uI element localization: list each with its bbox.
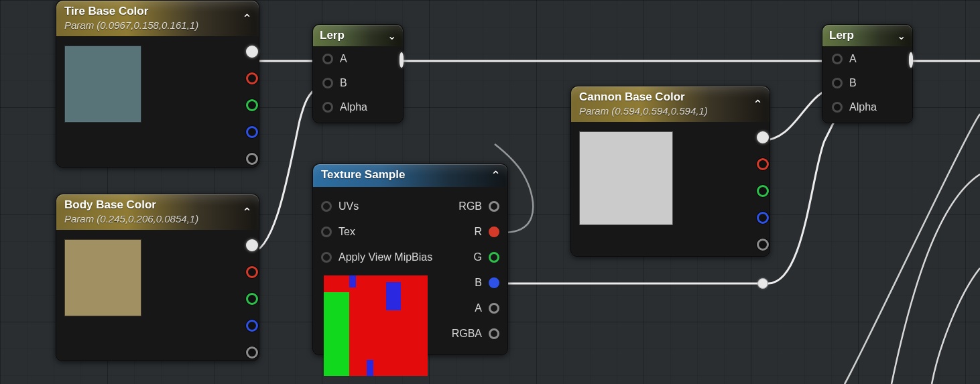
output-pin-r[interactable] xyxy=(246,71,259,86)
color-swatch xyxy=(579,131,673,225)
node-title: Lerp xyxy=(320,29,396,42)
output-pin-b[interactable] xyxy=(246,125,259,139)
output-pin-rgb[interactable]: RGB xyxy=(458,200,499,212)
input-pin-a[interactable]: A xyxy=(832,53,903,65)
color-swatch xyxy=(64,46,141,123)
node-title: Body Base Color xyxy=(64,198,251,212)
node-header[interactable]: Lerp ⌄ xyxy=(822,25,912,46)
reroute-node[interactable] xyxy=(757,278,768,289)
output-pin-b[interactable] xyxy=(246,318,259,333)
node-header[interactable]: Lerp ⌄ xyxy=(313,25,403,46)
node-header[interactable]: Body Base Color Param (0.245,0.206,0.085… xyxy=(56,194,259,230)
output-pin[interactable] xyxy=(909,54,913,66)
node-title: Tire Base Color xyxy=(64,5,251,18)
node-subtitle: Param (0.245,0.206,0.0854,1) xyxy=(64,213,251,225)
input-pin-tex[interactable]: Tex xyxy=(321,226,355,238)
color-swatch xyxy=(64,239,141,316)
collapse-icon[interactable]: ⌃ xyxy=(753,97,763,112)
collapse-icon[interactable]: ⌃ xyxy=(491,168,501,183)
collapse-icon[interactable]: ⌃ xyxy=(242,205,252,220)
output-pin-r[interactable]: R xyxy=(474,226,499,238)
collapse-icon[interactable]: ⌃ xyxy=(242,11,252,26)
node-header[interactable]: Tire Base Color Param (0.0967,0.158,0.16… xyxy=(56,1,259,36)
node-subtitle: Param (0.594,0.594,0.594,1) xyxy=(579,105,761,117)
node-cannon-base-color[interactable]: Cannon Base Color Param (0.594,0.594,0.5… xyxy=(570,86,770,257)
node-body-base-color[interactable]: Body Base Color Param (0.245,0.206,0.085… xyxy=(56,194,259,361)
output-pin-g[interactable] xyxy=(246,292,259,306)
output-pin-rgb[interactable] xyxy=(246,238,259,253)
input-pin-a[interactable]: A xyxy=(322,53,393,65)
output-pin-a[interactable] xyxy=(246,151,259,166)
node-header[interactable]: Cannon Base Color Param (0.594,0.594,0.5… xyxy=(571,86,770,122)
output-pin-rgb[interactable] xyxy=(246,44,259,59)
output-pin-a[interactable]: A xyxy=(475,302,499,314)
input-pin-b[interactable]: B xyxy=(832,77,903,89)
output-pin[interactable] xyxy=(400,54,404,66)
node-lerp-2[interactable]: Lerp ⌄ A B Alpha xyxy=(822,24,913,123)
output-pin-a[interactable] xyxy=(246,345,259,360)
node-title: Texture Sample xyxy=(321,168,499,182)
node-title: Lerp xyxy=(829,29,906,42)
input-pin-alpha[interactable]: Alpha xyxy=(322,101,393,113)
texture-preview xyxy=(324,275,428,376)
collapse-icon[interactable]: ⌄ xyxy=(897,29,906,42)
output-pin-rgba[interactable]: RGBA xyxy=(452,328,499,340)
output-pin-rgb[interactable] xyxy=(757,130,770,145)
node-subtitle: Param (0.0967,0.158,0.161,1) xyxy=(64,19,251,31)
node-title: Cannon Base Color xyxy=(579,90,761,104)
output-pin-b[interactable] xyxy=(757,210,770,225)
node-texture-sample[interactable]: Texture Sample ⌃ UVs RGB Tex R Apply Vie… xyxy=(312,164,508,355)
output-pin-b[interactable]: B xyxy=(475,277,499,289)
output-pin-g[interactable] xyxy=(757,184,770,198)
collapse-icon[interactable]: ⌄ xyxy=(387,29,396,42)
node-header[interactable]: Texture Sample ⌃ xyxy=(313,164,507,187)
node-lerp-1[interactable]: Lerp ⌄ A B Alpha xyxy=(312,24,404,123)
output-pin-r[interactable] xyxy=(246,265,259,279)
input-pin-b[interactable]: B xyxy=(322,77,393,89)
output-pin-a[interactable] xyxy=(757,237,770,252)
input-pin-alpha[interactable]: Alpha xyxy=(832,101,903,113)
input-pin-uvs[interactable]: UVs xyxy=(321,200,359,212)
output-pin-g[interactable] xyxy=(246,98,259,113)
input-pin-mipbias[interactable]: Apply View MipBias xyxy=(321,251,432,263)
output-pin-g[interactable]: G xyxy=(474,251,499,263)
node-tire-base-color[interactable]: Tire Base Color Param (0.0967,0.158,0.16… xyxy=(56,0,259,168)
output-pin-r[interactable] xyxy=(757,157,770,172)
